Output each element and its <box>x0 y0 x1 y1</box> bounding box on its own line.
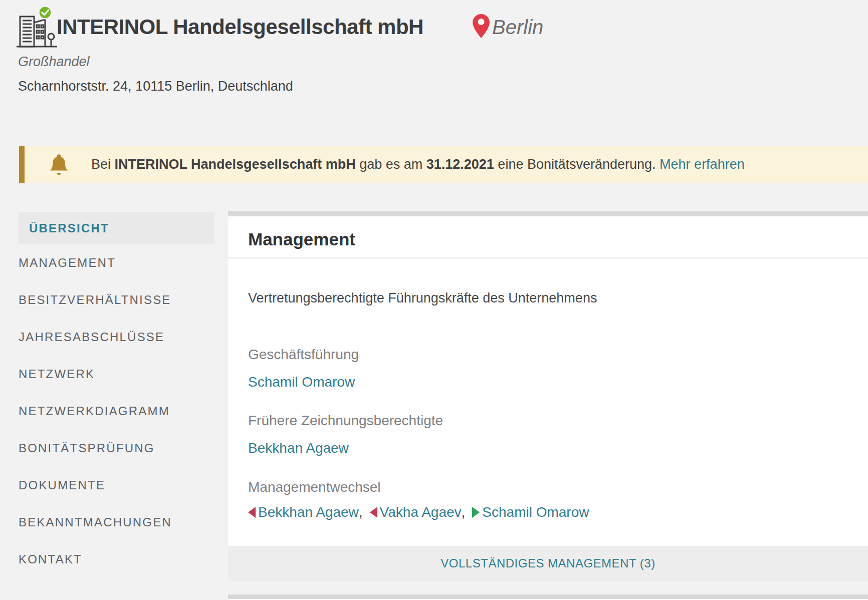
card-divider <box>228 257 868 258</box>
arrow-in-icon <box>472 507 480 518</box>
alert-date: 31.12.2021 <box>426 157 494 172</box>
sidebar-item-management[interactable]: MANAGEMENT <box>19 244 214 281</box>
sidebar-item-netzwerk[interactable]: NETZWERK <box>19 356 214 393</box>
separator: , <box>359 504 363 520</box>
sidebar-item-kontakt[interactable]: KONTAKT <box>19 541 214 578</box>
management-card-body: Management Vertretungsberechtigte Führun… <box>228 216 868 546</box>
more-info-link[interactable]: Mehr erfahren <box>660 157 745 172</box>
alert-company-name: INTERINOL Handelsgesellschaft mbH <box>115 157 356 172</box>
management-card: Management Vertretungsberechtigte Führun… <box>228 211 868 546</box>
sidebar-nav: ÜBERSICHT MANAGEMENT BESITZVERHÄLTNISSE … <box>19 212 214 578</box>
sidebar-item-bonitaetspruefung[interactable]: BONITÄTSPRÜFUNG <box>19 430 214 467</box>
card-title: Management <box>248 229 355 249</box>
card-description: Vertretungsberechtigte Führungskräfte de… <box>248 290 597 306</box>
change-item-vakha-agaev[interactable]: Vakha Agaev <box>370 504 462 520</box>
company-location: Berlin <box>492 16 543 39</box>
full-management-label: VOLLSTÄNDIGES MANAGEMENT (3) <box>441 556 655 570</box>
sidebar-item-bekanntmachungen[interactable]: BEKANNTMACHUNGEN <box>19 504 214 541</box>
sidebar-item-besitzverhaeltnisse[interactable]: BESITZVERHÄLTNISSE <box>19 281 214 319</box>
full-management-button[interactable]: VOLLSTÄNDIGES MANAGEMENT (3) <box>228 546 868 581</box>
change-link[interactable]: Vakha Agaev <box>380 504 462 520</box>
location-pin-icon <box>473 14 490 38</box>
sidebar-item-netzwerkdiagramm[interactable]: NETZWERKDIAGRAMM <box>19 393 214 430</box>
change-item-bekkhan-agaew[interactable]: Bekkhan Agaew <box>248 504 359 520</box>
verified-badge-icon <box>39 7 52 19</box>
person-link-schamil-omarow[interactable]: Schamil Omarow <box>248 374 355 390</box>
page-title: INTERINOL Handelsgesellschaft mbH <box>57 15 423 39</box>
bell-icon <box>50 154 68 176</box>
change-link[interactable]: Bekkhan Agaew <box>258 504 359 520</box>
card-top-strip <box>228 211 868 216</box>
change-item-schamil-omarow[interactable]: Schamil Omarow <box>472 504 589 520</box>
arrow-out-icon <box>248 507 256 518</box>
arrow-out-icon <box>370 507 377 518</box>
section-label-managementwechsel: Managementwechsel <box>248 479 381 495</box>
alert-message: Bei INTERINOL Handelsgesellschaft mbH ga… <box>91 157 745 172</box>
sidebar-item-jahresabschluesse[interactable]: JAHRESABSCHLÜSSE <box>19 319 214 356</box>
company-industry: Großhandel <box>18 54 90 70</box>
management-changes-row: Bekkhan Agaew , Vakha Agaev , Schamil Om… <box>248 504 589 520</box>
separator: , <box>462 504 466 520</box>
change-link[interactable]: Schamil Omarow <box>482 504 589 520</box>
person-link-bekkhan-agaew[interactable]: Bekkhan Agaew <box>248 440 349 456</box>
sidebar-item-dokumente[interactable]: DOKUMENTE <box>19 467 214 504</box>
section-label-geschaeftsfuehrung: Geschäftsführung <box>248 347 359 363</box>
next-card-top-strip <box>228 594 868 599</box>
section-label-fruehere-zeichnungsberechtigte: Frühere Zeichnungsberechtigte <box>248 413 443 429</box>
company-address: Scharnhorststr. 24, 10115 Berlin, Deutsc… <box>18 79 293 94</box>
credit-alert-banner: Bei INTERINOL Handelsgesellschaft mbH ga… <box>19 146 868 183</box>
sidebar-item-uebersicht[interactable]: ÜBERSICHT <box>19 212 214 244</box>
